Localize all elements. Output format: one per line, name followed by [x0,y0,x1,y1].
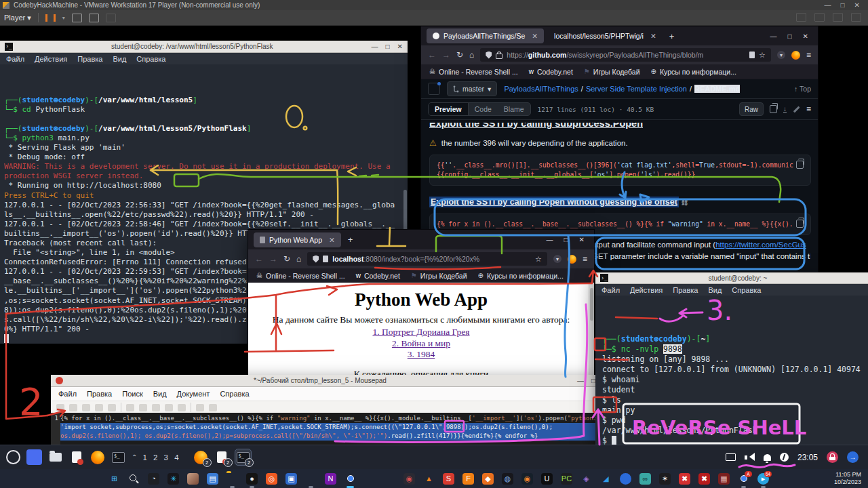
open-mousepad-window[interactable]: 2 [214,449,230,465]
forward-icon[interactable]: → [442,50,450,60]
paste-icon[interactable] [178,404,186,411]
fullscreen-icon[interactable] [89,14,99,22]
mousepad-titlebar[interactable]: *~/Рабочий стол/tmp_lesson_5 - Mousepad … [51,375,600,387]
menu-item[interactable]: Действия [630,286,663,294]
menu-item[interactable]: Вид [153,390,167,398]
firefox-account-icon[interactable] [568,255,576,264]
menu-item[interactable]: Файл [601,286,620,294]
unreal-icon[interactable]: U [541,473,553,485]
reader-mode-icon[interactable] [749,52,755,58]
mousepad-launcher-icon[interactable] [68,449,84,465]
close-tab-icon[interactable]: ✕ [329,236,335,244]
firefox-launcher-icon[interactable] [90,449,105,465]
blender-icon[interactable]: ◉ [521,473,533,485]
find-icon[interactable] [196,404,204,411]
reload-icon[interactable]: ↻ [283,254,290,264]
forward-icon[interactable]: → [269,254,277,264]
virtualbox-icon[interactable]: ▣ [285,473,297,485]
menu-item[interactable]: Вид [113,55,126,63]
new-tab-button[interactable]: + [669,31,675,41]
tab-payloadsallthethings[interactable]: PayloadsAllTheThings/Se✕ [427,28,544,43]
close-button[interactable]: ✕ [397,43,403,50]
terminal-titlebar[interactable]: ›_ student@codeby: /var/www/html/lesson5… [0,41,408,53]
slack-icon[interactable]: ✳ [167,473,179,485]
book-link[interactable]: 3. 1984 [248,349,594,361]
minimize-button[interactable]: — [547,236,553,243]
menu-item[interactable]: Правка [77,55,102,63]
send-ctrl-alt-del-icon[interactable] [72,14,82,22]
sidebar-toggle-icon[interactable] [428,83,440,95]
tab-python-web-app[interactable]: Python Web App✕ [254,232,341,247]
undo-icon[interactable] [126,404,134,411]
edge-icon[interactable] [364,473,376,485]
raw-button[interactable]: Raw [739,102,764,116]
file-explorer-icon[interactable] [226,473,238,485]
visual-studio-icon[interactable]: ◈ [580,473,592,485]
pause-dropdown-icon[interactable]: ▾ [62,15,65,21]
menu-item[interactable]: Справка [220,390,249,398]
orange-app-icon[interactable]: ◆ [482,473,494,485]
new-file-icon[interactable] [56,404,64,411]
save-icon[interactable] [82,404,90,411]
menu-item[interactable]: Документ [177,390,210,398]
search-icon[interactable] [128,473,140,485]
terminal-titlebar[interactable]: ›_ student@codeby: ~ [595,272,868,284]
vmware-icon[interactable] [305,473,317,485]
find-replace-icon[interactable] [209,404,217,411]
volume-icon[interactable] [745,453,755,462]
menu-item[interactable]: Вид [708,286,722,294]
display-tray-icon[interactable] [726,453,736,461]
save-as-icon[interactable] [95,404,103,411]
code-block-offset-payload[interactable]: {{''.__class__.mro()[1].__subclasses__()… [429,155,811,186]
menu-icon[interactable]: ≡ [583,254,587,264]
edit-pencil-icon[interactable] [793,106,800,113]
close-tab-icon[interactable]: ✕ [650,32,656,40]
link-icon[interactable]: ⛓ [681,199,688,206]
extension-icon[interactable]: ▾ [553,255,561,263]
spider-app-icon[interactable]: ✶ [659,473,671,485]
menu-item[interactable]: Правка [87,390,112,398]
top-link[interactable]: ↑ Top [794,85,811,93]
restore-button[interactable]: □ [564,236,568,243]
copy-icon[interactable] [165,404,173,411]
media-app-icon[interactable]: ◉ [403,473,415,485]
bookmark-item[interactable]: ⚑Игры Кодебай [584,68,640,76]
terminal-output[interactable]: ┌──(student⊛codeby)-[~]└─$ nc -nvlp 9898… [595,329,868,446]
carrot-icon[interactable]: ▲ [423,473,435,485]
open-firefox-window[interactable]: 2 [193,449,209,465]
cinema4d-icon[interactable]: ◍ [502,473,513,485]
reload-icon[interactable]: ↻ [456,50,463,60]
tab-blame[interactable]: Blame [498,103,530,115]
heading-popen-no-offset[interactable]: Exploit the SSTI by calling Popen withou… [429,197,811,207]
vmware-maximize-button[interactable]: □ [841,1,845,9]
menu-item[interactable]: Справка [136,55,165,63]
redo-icon[interactable] [139,404,147,411]
minimize-button[interactable]: — [770,33,777,40]
maximize-button[interactable]: □ [386,43,390,50]
notifications-icon[interactable] [764,454,771,461]
restore-button[interactable]: □ [788,33,792,40]
workspace-numbers[interactable]: 1 2 3 4 [142,453,180,462]
url-bar[interactable]: localhost:8080/index?book={%%20for%20x% … [307,252,547,266]
download-icon[interactable]: ↓ [783,106,787,113]
url-bar[interactable]: https://github.com/swisskyrepo/PayloadsA… [480,48,771,62]
outline-icon[interactable]: ≡ [806,104,811,114]
red-gear2-icon[interactable]: ✖ [698,473,710,485]
book-link[interactable]: 1. Портрет Дориана Грея [248,327,594,338]
vmware-minimize-button[interactable]: — [825,1,831,9]
menu-item[interactable]: Правка [673,286,698,294]
home-icon[interactable]: ⌂ [469,50,474,60]
branch-selector[interactable]: master ▾ [447,81,497,96]
twitter-link[interactable]: https://twitter.com/SecGus [715,241,806,249]
tab-localhost-phptwig[interactable]: localhost/lesson5/PHPTwig/i✕ [548,28,663,43]
windows-clock[interactable]: 11:05 PM 10/2/2023 [834,471,861,486]
copy-icon[interactable] [796,220,804,228]
minimize-button[interactable]: — [372,43,378,50]
close-tab-icon[interactable]: ✕ [532,32,538,40]
bookmark-star-icon[interactable]: ☆ [759,51,766,60]
s-app-icon[interactable]: S [443,473,454,485]
bookmark-item[interactable]: ⊕Курсы по информаци... [478,272,564,280]
red-tools-icon[interactable]: ▦ [718,473,730,485]
onenote-icon[interactable]: N [325,473,336,485]
photos-icon[interactable] [187,473,199,485]
